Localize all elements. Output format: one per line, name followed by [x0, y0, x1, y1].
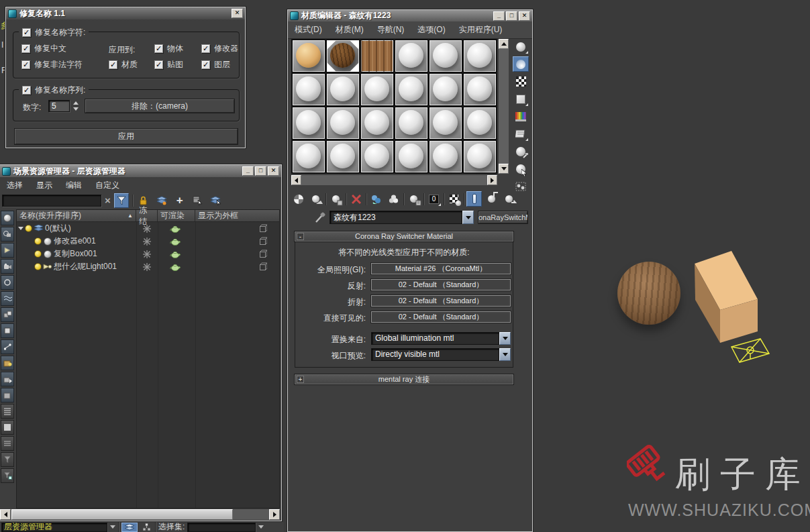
display-cameras-toggle[interactable]	[1, 259, 14, 274]
light-gizmo-icon[interactable]	[731, 339, 769, 362]
sample-slot[interactable]	[395, 40, 428, 72]
scroll-down-button[interactable]	[499, 164, 509, 174]
sample-slot[interactable]	[326, 107, 360, 140]
node-name[interactable]: 想什么呢Light001	[54, 261, 117, 272]
sample-slot[interactable]	[292, 73, 325, 106]
target-modifier-checkbox[interactable]: ✓	[201, 44, 210, 53]
minimize-button[interactable]: _	[493, 11, 505, 21]
dropdown-arrow-button[interactable]	[462, 211, 474, 224]
layer-combo[interactable]: 层资源管理器	[1, 523, 107, 532]
column-header-renderable[interactable]: 可渲染	[158, 210, 195, 221]
menu-material[interactable]: 材质(M)	[336, 24, 364, 36]
display-containers-toggle[interactable]	[1, 356, 14, 370]
close-button[interactable]: ✕	[232, 9, 243, 18]
exclude-camera-button[interactable]: 排除：(camera)	[85, 99, 235, 113]
add-to-layer-button[interactable]: +	[172, 193, 187, 208]
show-end-result-button[interactable]	[466, 191, 482, 207]
list-view-toggle-1[interactable]	[1, 404, 14, 419]
sample-slot[interactable]	[292, 140, 325, 173]
visibility-bulb-icon[interactable]	[34, 250, 42, 258]
display-spacewarps-toggle[interactable]	[1, 291, 14, 306]
target-layer-checkbox[interactable]: ✓	[201, 60, 210, 69]
box-mode-icon[interactable]	[258, 250, 267, 258]
combo-arrow-icon[interactable]	[258, 525, 264, 529]
list-view-toggle-3[interactable]	[1, 436, 14, 451]
sample-slot[interactable]	[292, 107, 325, 140]
refract-material-button[interactable]: 02 - Default （Standard）	[371, 295, 511, 307]
maximize-button[interactable]: □	[255, 166, 266, 176]
background-button[interactable]	[513, 74, 529, 89]
renderable-teapot-icon[interactable]	[170, 225, 181, 233]
sample-slot-1[interactable]	[292, 40, 325, 72]
sample-slot[interactable]	[395, 73, 428, 106]
table-row[interactable]: 想什么呢Light001	[17, 260, 279, 273]
number-spinner[interactable]	[72, 100, 80, 112]
sample-slot[interactable]	[429, 73, 462, 106]
display-xrefs-toggle[interactable]	[1, 323, 14, 338]
node-name[interactable]: 0(默认)	[45, 223, 71, 234]
sample-slot[interactable]	[463, 73, 497, 106]
scrollbar-thumb[interactable]	[11, 509, 233, 520]
mental-ray-rollout-header[interactable]: + mental ray 连接	[295, 374, 513, 384]
options-button[interactable]	[513, 144, 529, 159]
sample-slot[interactable]	[463, 107, 497, 140]
sample-slot[interactable]	[429, 140, 462, 173]
slots-horizontal-scrollbar[interactable]	[291, 175, 497, 185]
backlight-button[interactable]	[513, 56, 529, 72]
assign-material-to-selection-button[interactable]	[328, 191, 344, 207]
selection-set-combo[interactable]	[187, 523, 256, 532]
corona-rollout-header[interactable]: - Corona Ray Switcher Material	[295, 231, 513, 242]
make-material-copy-button[interactable]	[368, 191, 384, 207]
sample-slot[interactable]	[463, 140, 497, 173]
slots-vertical-scrollbar[interactable]	[499, 39, 509, 174]
menu-navigation[interactable]: 导航(N)	[377, 24, 405, 36]
fix-sequence-checkbox[interactable]: ✓	[22, 86, 31, 95]
viewport-preview-dropdown[interactable]: Directly visible mtl	[371, 348, 511, 361]
sample-slot[interactable]	[395, 107, 428, 140]
scroll-up-button[interactable]	[499, 39, 509, 49]
node-name[interactable]: 复制Box001	[54, 248, 97, 260]
select-children-button[interactable]	[191, 193, 205, 208]
target-material-checkbox[interactable]: ✓	[109, 60, 117, 69]
sample-slot[interactable]	[360, 140, 394, 173]
scroll-left-button[interactable]	[291, 175, 301, 185]
create-layer-button[interactable]	[154, 193, 169, 208]
material-editor-titlebar[interactable]: 材质编辑器 - 森纹有1223 _ □ ✕	[288, 10, 532, 21]
put-material-to-scene-button[interactable]	[308, 191, 323, 207]
dropdown-arrow-button[interactable]	[499, 348, 511, 361]
frozen-icon[interactable]	[143, 225, 151, 233]
sample-slot[interactable]	[326, 140, 360, 173]
frozen-icon[interactable]	[143, 263, 151, 271]
displacement-from-dropdown[interactable]: Global illumination mtl	[371, 332, 511, 345]
make-preview-button[interactable]	[513, 126, 529, 142]
minimize-button[interactable]: _	[242, 166, 254, 176]
clear-search-icon[interactable]: ×	[105, 195, 111, 206]
viewport-wood-sphere[interactable]	[617, 262, 680, 325]
display-shapes-toggle[interactable]	[1, 227, 14, 242]
display-helpers-toggle[interactable]	[1, 275, 14, 290]
filter-button[interactable]	[114, 193, 129, 208]
table-row[interactable]: 复制Box001	[17, 248, 279, 260]
scroll-right-button[interactable]	[487, 175, 497, 185]
get-material-button[interactable]	[291, 191, 306, 207]
menu-display[interactable]: 显示	[36, 180, 52, 191]
material-type-button[interactable]: onaRaySwitchMtl	[478, 211, 528, 224]
put-to-library-button[interactable]	[406, 191, 421, 207]
schematic-view-button[interactable]	[140, 523, 152, 532]
sample-uv-tiling-button[interactable]	[513, 91, 529, 107]
scroll-left-button[interactable]	[0, 509, 11, 520]
sample-slot-2-active[interactable]	[326, 40, 360, 72]
menu-edit[interactable]: 编辑	[66, 180, 82, 191]
display-geometry-toggle[interactable]	[1, 211, 14, 225]
show-map-in-viewport-button[interactable]	[446, 191, 462, 207]
video-color-check-button[interactable]	[513, 109, 529, 124]
display-groups-toggle[interactable]	[1, 307, 14, 322]
menu-utilities[interactable]: 实用程序(U)	[459, 24, 503, 36]
visibility-bulb-icon[interactable]	[34, 263, 42, 270]
list-view-toggle-2[interactable]	[1, 420, 14, 435]
box-mode-icon[interactable]	[258, 224, 267, 233]
fix-illegal-checkbox[interactable]: ✓	[21, 60, 30, 69]
sample-slot[interactable]	[395, 140, 428, 173]
material-id-channel-button[interactable]: 0	[426, 191, 442, 207]
direct-visible-material-button[interactable]: 02 - Default （Standard）	[371, 311, 511, 323]
